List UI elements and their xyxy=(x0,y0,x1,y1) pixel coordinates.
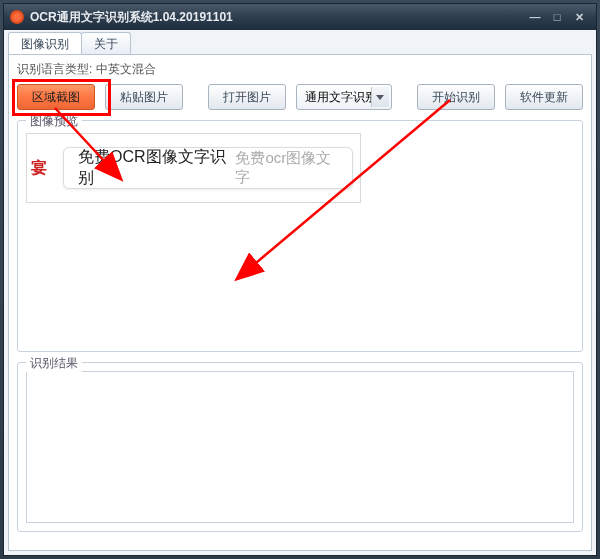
result-textarea[interactable] xyxy=(26,371,574,523)
maximize-button[interactable]: □ xyxy=(546,9,568,25)
watermark: 9553下载 xyxy=(508,529,590,553)
toolbar: 区域截图 粘贴图片 打开图片 通用文字识别 开始识别 软件更新 xyxy=(17,84,583,110)
close-button[interactable]: ✕ xyxy=(568,9,590,25)
window-controls: — □ ✕ xyxy=(524,9,590,25)
result-panel: 识别结果 xyxy=(17,362,583,532)
start-recognition-button[interactable]: 开始识别 xyxy=(417,84,495,110)
preview-main-text: 免费OCR图像文字识别 xyxy=(78,147,229,189)
capture-region-button[interactable]: 区域截图 xyxy=(17,84,95,110)
dropdown-selected-label: 通用文字识别 xyxy=(305,89,377,106)
image-preview-panel: 图像预览 宴 免费OCR图像文字识别 免费ocr图像文字 xyxy=(17,120,583,352)
app-icon xyxy=(10,10,24,24)
content-area: 图像识别 关于 识别语言类型: 中英文混合 区域截图 粘贴图片 打开图片 通用文… xyxy=(4,30,596,555)
open-image-button[interactable]: 打开图片 xyxy=(208,84,286,110)
minimize-button[interactable]: — xyxy=(524,9,546,25)
recognition-mode-dropdown[interactable]: 通用文字识别 xyxy=(296,84,392,110)
preview-hint-text: 免费ocr图像文字 xyxy=(235,149,338,187)
paste-image-button[interactable]: 粘贴图片 xyxy=(105,84,183,110)
tab-content: 识别语言类型: 中英文混合 区域截图 粘贴图片 打开图片 通用文字识别 开始识别… xyxy=(8,54,592,551)
preview-image: 宴 免费OCR图像文字识别 免费ocr图像文字 xyxy=(26,133,361,203)
titlebar: OCR通用文字识别系统1.04.20191101 — □ ✕ xyxy=(4,4,596,30)
language-type-label: 识别语言类型: 中英文混合 xyxy=(17,61,583,78)
preview-searchbox: 免费OCR图像文字识别 免费ocr图像文字 xyxy=(63,147,353,189)
preview-char: 宴 xyxy=(31,158,47,179)
software-update-button[interactable]: 软件更新 xyxy=(505,84,583,110)
tab-image-recognition[interactable]: 图像识别 xyxy=(8,32,82,54)
tab-strip: 图像识别 关于 xyxy=(8,32,592,54)
window-title: OCR通用文字识别系统1.04.20191101 xyxy=(30,9,233,26)
tab-about[interactable]: 关于 xyxy=(81,32,131,54)
app-window: OCR通用文字识别系统1.04.20191101 — □ ✕ 图像识别 关于 识… xyxy=(3,3,597,556)
chevron-down-icon xyxy=(371,87,389,107)
preview-legend: 图像预览 xyxy=(26,113,82,130)
result-legend: 识别结果 xyxy=(26,355,82,372)
